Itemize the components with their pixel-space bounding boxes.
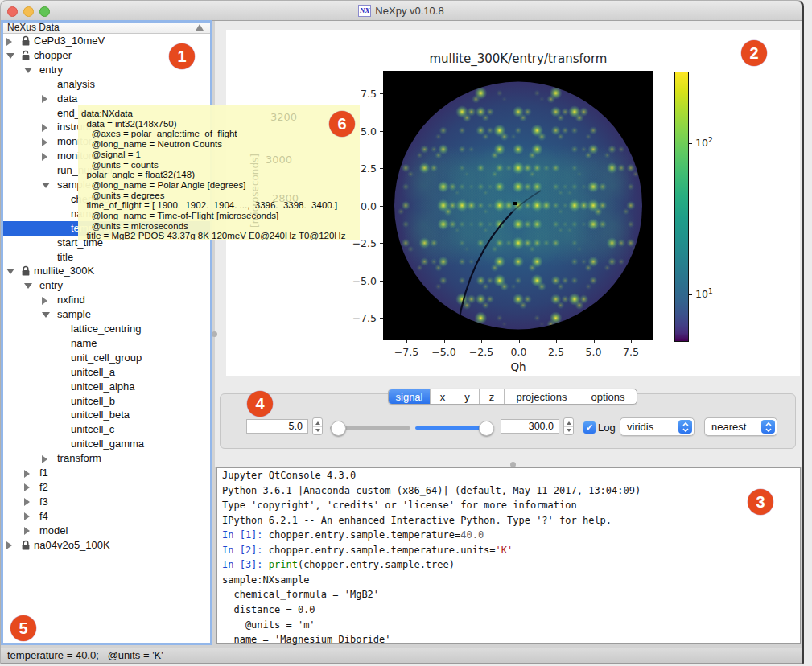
tab-options[interactable]: options <box>579 389 637 404</box>
colormap-dropdown[interactable]: viridis <box>620 417 695 436</box>
tab-signal[interactable]: signal <box>389 389 430 404</box>
console-line: In [2]: chopper.entry.sample.temperature… <box>222 545 513 560</box>
tree-item-label: nxfind <box>57 293 85 307</box>
chevron-right-icon[interactable] <box>42 95 47 103</box>
ghost-tick-3200: 3200 <box>270 111 297 123</box>
log-checkbox-label[interactable]: Log <box>598 420 616 436</box>
vmax-slider-handle[interactable] <box>479 421 494 436</box>
chevron-down-icon[interactable] <box>6 53 14 59</box>
console-text: (chopper.entry.sample.tree) <box>298 559 455 570</box>
tree-item-title[interactable]: title <box>3 250 210 265</box>
tree-header[interactable]: NeXus Data <box>3 23 210 34</box>
chevron-right-icon[interactable] <box>24 470 30 478</box>
x-tick-mark <box>631 340 632 343</box>
chevron-down-icon[interactable] <box>42 312 50 318</box>
console-line: chemical_formula = 'MgB2' <box>222 589 379 604</box>
colormap-value: viridis <box>627 421 653 433</box>
colorbar-tick-label: 102 <box>695 136 713 149</box>
chevron-down-icon[interactable] <box>24 283 32 289</box>
chevron-right-icon[interactable] <box>6 541 12 549</box>
x-tick-label: 0.0 <box>501 346 537 358</box>
tree-item-nxfind[interactable]: nxfind <box>3 293 210 307</box>
tab-x[interactable]: x <box>430 389 455 404</box>
tab-y[interactable]: y <box>455 389 479 404</box>
y-tick-mark <box>380 318 383 319</box>
chevron-right-icon[interactable] <box>6 38 12 46</box>
tree-item-unitcell_alpha[interactable]: unitcell_alpha <box>3 380 210 394</box>
tree-item-unitcell_beta[interactable]: unitcell_beta <box>3 408 210 422</box>
heatmap-canvas[interactable] <box>383 71 653 340</box>
tree-item-f3[interactable]: f3 <box>3 495 210 509</box>
chevron-down-icon[interactable] <box>6 269 14 274</box>
ghost-tick-3000: 3000 <box>266 154 292 166</box>
tree-item-unitcell_a[interactable]: unitcell_a <box>3 365 210 380</box>
vmin-slider-handle[interactable] <box>331 421 346 436</box>
y-tick-label: 7.5 <box>346 88 377 100</box>
tree-item-unitcell_gamma[interactable]: unitcell_gamma <box>3 437 210 451</box>
tree-item-label: unitcell_gamma <box>71 437 144 451</box>
y-tick-label: −5.0 <box>346 275 377 287</box>
chevron-down-icon[interactable] <box>24 68 32 73</box>
horizontal-splitter-handle[interactable] <box>510 462 516 467</box>
vmax-slider-track[interactable] <box>415 426 488 430</box>
chevron-right-icon[interactable] <box>42 455 47 463</box>
tree-item-sample[interactable]: sample <box>3 307 210 322</box>
x-tick-mark <box>406 340 407 343</box>
interpolation-dropdown[interactable]: nearest <box>704 417 777 436</box>
tree-item-name[interactable]: name <box>3 336 210 351</box>
tree-item-f1[interactable]: f1 <box>3 466 210 480</box>
tab-z[interactable]: z <box>479 389 504 404</box>
console-text: Python 3.6.1 |Anaconda custom (x86_64)| … <box>222 485 641 496</box>
console-line: In [3]: print(chopper.entry.sample.tree) <box>222 559 455 574</box>
tooltip-line: @long_name = Polar Angle [degrees] <box>81 180 245 191</box>
vmax-stepper[interactable] <box>563 417 574 435</box>
x-tick-mark <box>519 340 520 343</box>
chevron-down-icon[interactable] <box>42 183 50 188</box>
x-tick-label: 7.5 <box>613 346 649 358</box>
tree-item-transform[interactable]: transform <box>3 451 210 466</box>
annotation-circle-3: 3 <box>748 489 773 515</box>
vertical-splitter-handle[interactable] <box>212 331 217 337</box>
tree-item-unitcell_c[interactable]: unitcell_c <box>3 422 210 437</box>
x-tick-mark <box>594 340 595 343</box>
tab-projections[interactable]: projections <box>504 389 579 404</box>
console-line: In [1]: chopper.entry.sample.temperature… <box>222 529 484 545</box>
log-checkbox[interactable]: ✓ <box>583 421 596 434</box>
tree-item-mullite_300K[interactable]: mullite_300K <box>3 264 210 278</box>
tree-item-na04v2o5_100K[interactable]: na04v2o5_100K <box>3 538 210 553</box>
tree-item-unit_cell_group[interactable]: unit_cell_group <box>3 351 210 365</box>
vmin-stepper[interactable] <box>312 417 323 435</box>
tree-item-label: f4 <box>39 509 48 524</box>
colorbar-tick-label: 101 <box>695 287 713 300</box>
tree-item-model[interactable]: model <box>3 524 210 538</box>
vmax-field[interactable]: 300.0 <box>501 419 559 434</box>
console-text: @units = 'm' <box>222 619 315 631</box>
window-title: NeXpy v0.10.8 <box>375 5 443 17</box>
tree-item-f2[interactable]: f2 <box>3 480 210 495</box>
tree-item-analysis[interactable]: analysis <box>3 77 210 92</box>
vmin-field[interactable]: 5.0 <box>246 419 308 434</box>
console-text: IPython 6.2.1 -- An enhanced Interactive… <box>222 515 612 526</box>
tree-item-unitcell_b[interactable]: unitcell_b <box>3 394 210 409</box>
chevron-right-icon[interactable] <box>24 483 30 491</box>
chevron-right-icon[interactable] <box>42 153 47 161</box>
tree-item-label: unit_cell_group <box>71 351 142 365</box>
x-tick-label: −2.5 <box>464 346 499 358</box>
tree-item-label: lattice_centring <box>71 322 141 336</box>
tooltip-line: polar_angle = float32(148) <box>81 170 195 180</box>
chevron-right-icon[interactable] <box>24 512 30 520</box>
y-tick-mark <box>380 206 383 207</box>
titlebar[interactable]: NX NeXpy v0.10.8 <box>1 1 802 21</box>
tree-item-lattice_centring[interactable]: lattice_centring <box>3 322 210 336</box>
y-tick-mark <box>380 131 383 132</box>
chevron-right-icon[interactable] <box>24 527 30 535</box>
chevron-right-icon[interactable] <box>24 498 30 506</box>
chevron-right-icon[interactable] <box>42 297 47 305</box>
chevron-right-icon[interactable] <box>42 124 47 132</box>
sort-ascending-icon[interactable] <box>196 24 204 31</box>
tree-item-f4[interactable]: f4 <box>3 509 210 524</box>
tree-item-data[interactable]: data <box>3 92 210 106</box>
colorbar-tick-mark <box>689 294 692 295</box>
chevron-right-icon[interactable] <box>42 138 47 146</box>
tree-item-entry[interactable]: entry <box>3 278 210 293</box>
